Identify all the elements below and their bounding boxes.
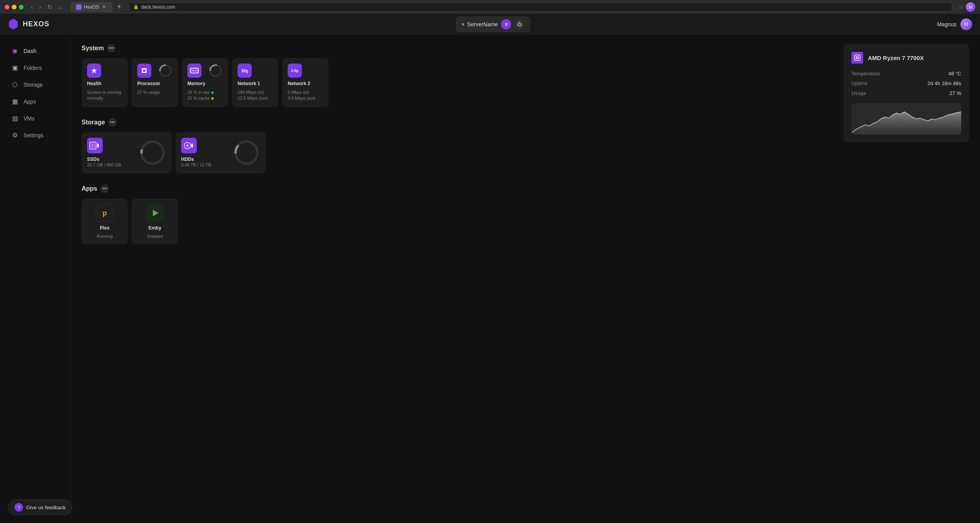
sidebar-item-storage[interactable]: ⬡ Storage: [3, 77, 67, 92]
svg-point-17: [186, 144, 189, 147]
svg-rect-1: [143, 69, 145, 72]
apps-more-button[interactable]: •••: [100, 184, 109, 193]
page-content: System ••• Health: [71, 35, 980, 523]
emby-card[interactable]: Emby Stopped: [132, 199, 178, 244]
ssds-card[interactable]: SSDs 20.7 GB / 960 GB: [82, 132, 172, 173]
cpu-header: AMD Ryzen 7 7700X: [851, 52, 961, 64]
storage-section-title: Storage: [82, 119, 105, 126]
server-status-button[interactable]: ⏸: [501, 19, 511, 29]
feedback-label: Give us feedback: [26, 505, 65, 510]
cpu-panel: AMD Ryzen 7 7700X Temperature 48 °C Upti…: [844, 44, 969, 142]
storage-cards-grid: SSDs 20.7 GB / 960 GB: [82, 132, 834, 173]
user-area: Magnus M: [937, 18, 972, 30]
sidebar-item-settings[interactable]: ⚙ Settings: [3, 128, 67, 143]
browser-nav: ‹ › ↻ ⌂: [29, 3, 64, 11]
sidebar-item-vms[interactable]: ▤ VMs: [3, 111, 67, 126]
hexos-logo-icon: [8, 19, 19, 30]
server-power-button[interactable]: ⏻: [514, 19, 524, 29]
browser-tab[interactable]: HexOS ✕: [71, 2, 113, 12]
cpu-usage-chart: [851, 103, 961, 135]
tab-close-button[interactable]: ✕: [102, 4, 107, 10]
address-bar[interactable]: 🔒 deck.hexos.com: [129, 2, 952, 12]
tab-favicon-icon: [76, 4, 82, 10]
sidebar-label-storage: Storage: [24, 82, 43, 88]
svg-rect-12: [91, 143, 95, 148]
usage-value: 27 %: [949, 90, 961, 96]
processor-gauge: [158, 64, 172, 78]
network2-title: Network 2: [288, 81, 323, 86]
svg-rect-8: [196, 70, 197, 71]
hdd-icon: [181, 138, 197, 153]
left-panel: System ••• Health: [82, 44, 834, 514]
ssds-gauge: [139, 139, 166, 166]
network1-title: Network 1: [238, 81, 273, 86]
plex-name: Plex: [100, 225, 110, 231]
network2-subtitle: 0 Mbps (in) 0.5 Mbps (out): [288, 89, 323, 102]
processor-subtitle: 27 % usage: [137, 89, 172, 95]
system-more-button[interactable]: •••: [107, 44, 116, 53]
emby-status: Stopped: [147, 234, 163, 239]
memory-subtitle: 28 % in use 22 % cache: [187, 89, 223, 102]
top-bar: HEXOS ▾ ServerName ⏸ ⏻ Magnus M: [0, 14, 980, 35]
memory-card[interactable]: Memory 28 % in use 22 % cache: [182, 58, 228, 107]
sidebar-item-apps[interactable]: ▦ Apps: [3, 94, 67, 109]
new-tab-button[interactable]: +: [116, 3, 123, 11]
storage-more-button[interactable]: •••: [108, 118, 117, 127]
dash-icon: ◉: [11, 47, 19, 55]
cpu-uptime-row: Uptime 2d 4h 16m 48s: [851, 80, 961, 86]
temperature-value: 48 °C: [948, 71, 961, 77]
minimize-button[interactable]: [12, 5, 16, 9]
avatar[interactable]: M: [960, 18, 972, 30]
apps-section-header: Apps •••: [82, 184, 834, 193]
processor-title: Processor: [137, 81, 172, 86]
processor-icon: [137, 64, 151, 78]
emby-name: Emby: [149, 225, 162, 231]
apps-cards-grid: p Plex Running: [82, 199, 834, 244]
sidebar-item-dash[interactable]: ◉ Dash: [3, 43, 67, 58]
ssd-icon: [87, 138, 103, 153]
main-content: ◉ Dash ▣ Folders ⬡ Storage ▦ Apps ▤ VMs …: [0, 35, 980, 523]
browser-profile[interactable]: M: [966, 2, 975, 12]
temperature-label: Temperature: [851, 71, 880, 77]
username: Magnus: [937, 21, 956, 27]
forward-button[interactable]: ›: [37, 3, 43, 11]
browser-actions: ☆ M: [958, 2, 975, 12]
server-name: ServerName: [467, 21, 498, 27]
hdds-card[interactable]: HDDs 0,46 TB / 12 TB: [176, 132, 266, 173]
url-text: deck.hexos.com: [141, 4, 175, 10]
system-section: System ••• Health: [82, 44, 834, 107]
sidebar-item-folders[interactable]: ▣ Folders: [3, 60, 67, 75]
apps-section-title: Apps: [82, 185, 97, 192]
feedback-button[interactable]: ? Give us feedback: [8, 499, 72, 515]
storage-section: Storage ••• SSDs 20.7 GB / 960 GB: [82, 118, 834, 173]
back-button[interactable]: ‹: [29, 3, 35, 11]
network1-subtitle: 190 Mbps (in) 12.5 Mbps (out): [238, 89, 273, 102]
processor-card[interactable]: Processor 27 % usage: [132, 58, 178, 107]
apps-section: Apps ••• p Plex: [82, 184, 834, 244]
traffic-lights: [5, 5, 24, 9]
close-button[interactable]: [5, 5, 9, 9]
reload-button[interactable]: ↻: [45, 3, 54, 11]
svg-rect-6: [193, 70, 194, 71]
server-selector[interactable]: ▾ ServerName ⏸ ⏻: [456, 16, 531, 32]
network1-icon: 10g: [238, 64, 252, 78]
svg-rect-7: [195, 70, 196, 71]
ssds-info: SSDs 20.7 GB / 960 GB: [87, 138, 133, 168]
plex-card[interactable]: p Plex Running: [82, 199, 128, 244]
cpu-icon: [851, 52, 863, 64]
svg-rect-18: [191, 144, 193, 148]
health-card[interactable]: Health System is running normally: [82, 58, 128, 107]
network2-card[interactable]: 2.5g Network 2 0 Mbps (in) 0.5 Mbps (out…: [282, 58, 328, 107]
maximize-button[interactable]: [19, 5, 24, 9]
svg-rect-5: [192, 70, 192, 71]
network1-card[interactable]: 10g Network 1 190 Mbps (in) 12.5 Mbps (o…: [232, 58, 278, 107]
svg-text:p: p: [103, 209, 107, 217]
health-icon: [87, 64, 101, 78]
bookmark-button[interactable]: ☆: [958, 4, 964, 10]
memory-gauge: [209, 64, 223, 78]
app-wrapper: HEXOS ▾ ServerName ⏸ ⏻ Magnus M ◉ Dash ▣…: [0, 14, 980, 523]
home-button[interactable]: ⌂: [57, 3, 64, 11]
sidebar: ◉ Dash ▣ Folders ⬡ Storage ▦ Apps ▤ VMs …: [0, 35, 71, 523]
feedback-icon: ?: [15, 503, 23, 512]
memory-icon: [187, 64, 201, 78]
